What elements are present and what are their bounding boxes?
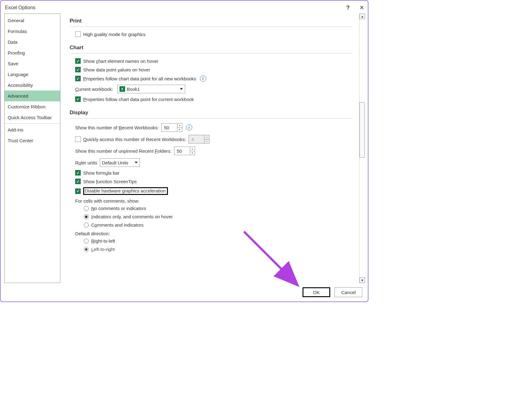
content-panel: Print High quality mode for graphics Cha…: [62, 14, 359, 283]
checkbox-quick-access-recent[interactable]: [75, 136, 81, 142]
dialog-title: Excel Options: [5, 5, 35, 10]
section-title-chart: Chart: [70, 43, 352, 53]
chevron-down-icon: [135, 162, 138, 164]
sidebar-item-trust-center[interactable]: Trust Center: [5, 135, 60, 146]
label-quick-access-recent: Quickly access this number of Recent Wor…: [83, 137, 186, 142]
section-title-print: Print: [70, 16, 352, 26]
checkbox-data-point-values[interactable]: [75, 67, 81, 72]
label-right-to-left: Right-to-left: [91, 238, 115, 244]
radio-no-comments[interactable]: [84, 206, 89, 211]
label-disable-hardware-acceleration: Disable hardware graphics acceleration: [85, 188, 166, 193]
label-default-direction: Default direction:: [70, 231, 352, 236]
excel-options-dialog: Excel Options ? ✕ General Formulas Data …: [0, 0, 368, 302]
combo-current-workbook[interactable]: Book1: [117, 85, 185, 93]
chevron-down-icon: [180, 88, 183, 90]
info-icon[interactable]: [186, 124, 192, 131]
sidebar-item-add-ins[interactable]: Add-ins: [5, 124, 60, 135]
label-ruler-units: Ruler units: [75, 160, 97, 165]
label-comments-and-indicators: Comments and indicators: [91, 222, 144, 228]
label-indicators-only: Indicators only, and comments on hover: [91, 214, 173, 219]
radio-indicators-only[interactable]: [84, 214, 89, 219]
sidebar-item-language[interactable]: Language: [5, 69, 60, 80]
spinner-recent-folders[interactable]: 50 ▲▼: [174, 147, 195, 155]
help-icon[interactable]: ?: [346, 5, 350, 11]
checkbox-formula-bar[interactable]: [75, 170, 81, 176]
label-current-workbook: Current workbook:: [75, 87, 113, 92]
sidebar-item-save[interactable]: Save: [5, 58, 60, 69]
info-icon[interactable]: [200, 75, 206, 82]
checkbox-chart-element-names[interactable]: [75, 58, 81, 64]
combo-ruler-units-value: Default Units: [102, 160, 128, 165]
cancel-button[interactable]: Cancel: [335, 287, 362, 297]
ok-button[interactable]: OK: [303, 287, 330, 297]
sidebar-item-formulas[interactable]: Formulas: [5, 26, 60, 37]
sidebar-item-proofing[interactable]: Proofing: [5, 47, 60, 58]
label-data-point-values: Show data point values on hover: [83, 67, 150, 72]
scroll-down-icon[interactable]: ▼: [360, 277, 365, 283]
label-no-comments: No comments or indicators: [91, 206, 146, 211]
sidebar: General Formulas Data Proofing Save Lang…: [4, 14, 60, 283]
spinner-recent-workbooks[interactable]: 50 ▲▼: [161, 123, 182, 132]
radio-comments-and-indicators[interactable]: [84, 223, 89, 228]
radio-right-to-left[interactable]: [84, 239, 89, 244]
checkbox-disable-hardware-acceleration[interactable]: [75, 188, 81, 194]
excel-file-icon: [120, 86, 125, 92]
sidebar-item-advanced[interactable]: Advanced: [5, 91, 60, 101]
label-recent-workbooks: Show this number of Recent Workbooks:: [75, 125, 159, 130]
label-function-screentips: Show function ScreenTips: [83, 179, 137, 184]
spinner-quick-access-recent: 4 ▲▼: [189, 135, 209, 143]
checkbox-function-screentips[interactable]: [75, 179, 81, 184]
checkbox-high-quality[interactable]: [75, 31, 81, 37]
sidebar-item-accessibility[interactable]: Accessibility: [5, 80, 60, 91]
checkbox-props-current-workbook[interactable]: [75, 96, 81, 102]
label-recent-folders: Show this number of unpinned Recent Fold…: [75, 148, 172, 154]
close-icon[interactable]: ✕: [360, 4, 364, 11]
titlebar: Excel Options ? ✕: [1, 1, 368, 14]
sidebar-item-data[interactable]: Data: [5, 37, 60, 47]
label-chart-element-names: Show chart element names on hover: [83, 59, 158, 64]
label-left-to-right: Left-to-right: [91, 247, 115, 252]
label-props-all-workbooks: Properties follow chart data point for a…: [83, 76, 196, 81]
sidebar-item-customize-ribbon[interactable]: Customize Ribbon: [5, 101, 60, 112]
label-formula-bar: Show formula bar: [83, 170, 120, 176]
label-high-quality: High quality mode for graphics: [83, 32, 146, 37]
radio-left-to-right[interactable]: [84, 247, 89, 252]
sidebar-item-quick-access-toolbar[interactable]: Quick Access Toolbar: [5, 112, 60, 123]
combo-current-workbook-value: Book1: [127, 87, 140, 92]
label-props-current-workbook: Properties follow chart data point for c…: [83, 97, 194, 102]
sidebar-item-general[interactable]: General: [5, 15, 60, 26]
scrollbar[interactable]: ▲ ▼: [359, 14, 365, 283]
scroll-thumb[interactable]: [360, 102, 365, 158]
section-title-display: Display: [70, 108, 352, 118]
combo-ruler-units[interactable]: Default Units: [100, 158, 140, 167]
scroll-up-icon[interactable]: ▲: [360, 14, 365, 19]
label-comments-show: For cells with comments, show:: [70, 198, 352, 204]
checkbox-props-all-workbooks[interactable]: [75, 76, 81, 81]
